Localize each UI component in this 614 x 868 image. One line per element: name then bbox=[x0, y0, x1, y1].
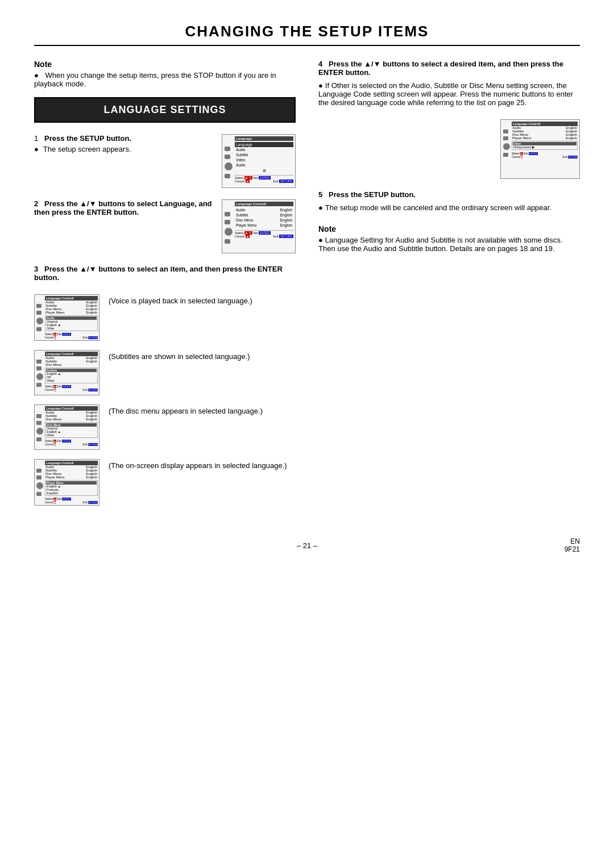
substep-playermenu-main: Language Controll AudioEnglish SubtitleE… bbox=[45, 461, 98, 504]
main-content: Note ● When you change the setup items, … bbox=[34, 60, 580, 515]
page-footer: – 21 – EN 9F21 bbox=[34, 537, 580, 553]
sa-header: Language Controll bbox=[45, 296, 98, 301]
step2-nav-1 bbox=[225, 212, 230, 216]
substep-playermenu: Language Controll AudioEnglish SubtitleE… bbox=[34, 459, 296, 506]
substep-discmenu-main: Language Controll AudioEnglish SubtitleE… bbox=[45, 406, 98, 446]
screen-left-nav bbox=[224, 136, 233, 186]
s4-nav2 bbox=[503, 136, 508, 140]
step1-screen: Language Language Audio Subtitle Video A… bbox=[222, 134, 296, 188]
nav-icon-1 bbox=[225, 147, 230, 151]
sa-section-row3: Other bbox=[46, 327, 97, 330]
ss-nav2 bbox=[36, 366, 42, 370]
step2-screen-footer2: Cancel ■ Exit RETURN bbox=[235, 235, 293, 238]
substep-discmenu-screen: Language Controll AudioEnglish SubtitleE… bbox=[34, 404, 99, 450]
substep-audio-main: Language Controll AudioEnglish SubtitleE… bbox=[45, 296, 98, 339]
substep-audio-text: (Voice is played back in selected langua… bbox=[109, 294, 252, 305]
s4-section: Other Notapuname ▶ bbox=[512, 141, 578, 150]
pm-nav1 bbox=[36, 469, 42, 473]
step2-screen-main: Language Controll AudioEnglish SubtitleE… bbox=[235, 202, 293, 251]
dm-header: Language Controll bbox=[45, 406, 98, 411]
screen-main: Language Language Audio Subtitle Video A… bbox=[235, 136, 293, 186]
s4-nav3 bbox=[503, 143, 510, 150]
screen-row-subtitle: Subtitle bbox=[235, 152, 293, 157]
dm-section-row3: Other bbox=[46, 433, 97, 437]
step3-number: 3 Press the ▲/▼ buttons to select an ite… bbox=[34, 265, 296, 282]
language-settings-label: LANGUAGE SETTINGS bbox=[34, 97, 296, 123]
substep-audio-nav bbox=[36, 296, 43, 339]
pm-nav4 bbox=[36, 492, 42, 496]
screen-row-video: Video bbox=[235, 157, 293, 162]
substep-subtitle-screen: Language Controll AudioEnglish SubtitleE… bbox=[34, 350, 99, 395]
screen-header: Language bbox=[235, 136, 293, 141]
ss-nav3 bbox=[36, 373, 43, 380]
screen-row-audio: Audio bbox=[235, 147, 293, 152]
substep-subtitle-nav bbox=[36, 352, 43, 391]
pm-footer2: Cancel ■ Exit RETURN bbox=[45, 500, 98, 504]
screen-footer2: Cancel ■ Exit RETURN bbox=[235, 180, 293, 183]
step1-text-block: 1 Press the SETUP button. ●The setup scr… bbox=[34, 134, 213, 153]
right-column: 4 Press the ▲/▼ buttons to select a desi… bbox=[318, 60, 580, 515]
note-heading-left: Note bbox=[34, 60, 296, 69]
ss-row3: Disc Menu bbox=[45, 363, 98, 366]
sa-footer2: Cancel ■ Exit RETURN bbox=[45, 336, 98, 339]
note-section-right: Note ●Language Setting for Audio and Sub… bbox=[318, 224, 580, 253]
substep-subtitle: Language Controll AudioEnglish SubtitleE… bbox=[34, 350, 296, 395]
sa-nav1 bbox=[36, 304, 42, 308]
nav-icon-4 bbox=[225, 174, 230, 178]
sa-row4: Player MenuEnglish bbox=[45, 311, 98, 314]
note-bullet-right: ●Language Setting for Audio and Subtitle… bbox=[318, 236, 580, 253]
substep-audio-screen: Language Controll AudioEnglish SubtitleE… bbox=[34, 294, 99, 341]
step2-row-subtitle: SubtitleEnglish bbox=[235, 212, 293, 218]
sa-nav4 bbox=[36, 327, 42, 331]
substep-audio: Language Controll AudioEnglish SubtitleE… bbox=[34, 294, 296, 341]
step1-number: 1 Press the SETUP button. bbox=[34, 134, 213, 143]
step1-block: 1 Press the SETUP button. ●The setup scr… bbox=[34, 134, 296, 188]
step2-nav-2 bbox=[225, 220, 230, 224]
dm-footer2: Cancel ■ Exit RETURN bbox=[45, 443, 98, 446]
step5-bullet: ●The setup mode will be canceled and the… bbox=[318, 203, 580, 212]
step2-row-playermenu: Player MenuEnglish bbox=[235, 223, 293, 228]
step2-nav-3 bbox=[225, 228, 233, 236]
step4-screen-main: Language Controll AudioEnglish SubtitleE… bbox=[512, 122, 578, 177]
step2-screen: Language Controll AudioEnglish SubtitleE… bbox=[222, 199, 296, 253]
substep-playermenu-text: (The on-screen display appears in select… bbox=[109, 459, 287, 470]
screen-row-icon: ⚙ bbox=[235, 169, 293, 173]
nav-icon-3 bbox=[225, 162, 233, 170]
step2-block: 2 Press the ▲/▼ buttons to select Langua… bbox=[34, 199, 296, 253]
substep-discmenu-nav bbox=[36, 406, 43, 446]
dm-nav3 bbox=[36, 428, 43, 435]
step5-block: 5 Press the SETUP button. ●The setup mod… bbox=[318, 190, 580, 212]
step2-text-block: 2 Press the ▲/▼ buttons to select Langua… bbox=[34, 199, 213, 219]
screen-row-lang: Language bbox=[235, 142, 293, 147]
step2-screen-header: Language Controll bbox=[235, 202, 293, 206]
step4-bullet: ●If Other is selected on the Audio, Subt… bbox=[318, 81, 580, 107]
dm-nav4 bbox=[36, 437, 42, 441]
s4-row4: Player MenuEnglish bbox=[512, 136, 578, 140]
dm-section: Disc Menu Original English ▲ Other bbox=[45, 422, 98, 438]
step4-screen-wrapper: Language Controll AudioEnglish SubtitleE… bbox=[318, 119, 580, 179]
ss-section: Subtitle English ▲ Off Other bbox=[45, 368, 98, 383]
step4-screen: Language Controll AudioEnglish SubtitleE… bbox=[500, 119, 580, 179]
step2-screen-footer: Select ■II Set ENTER bbox=[235, 230, 293, 235]
substep-subtitle-main: Language Controll AudioEnglish SubtitleE… bbox=[45, 352, 98, 391]
page-number: – 21 – bbox=[216, 541, 398, 550]
page-title-section: CHANGING THE SETUP ITEMS bbox=[34, 23, 580, 46]
step2-number: 2 Press the ▲/▼ buttons to select Langua… bbox=[34, 199, 213, 216]
pm-nav3 bbox=[36, 482, 43, 489]
substep-playermenu-screen: Language Controll AudioEnglish SubtitleE… bbox=[34, 459, 99, 506]
page-code: EN 9F21 bbox=[398, 537, 580, 553]
pm-row4: Player MenuEnglish bbox=[45, 475, 98, 479]
step2-row-audio: AudioEnglish bbox=[235, 207, 293, 212]
substep-discmenu: Language Controll AudioEnglish SubtitleE… bbox=[34, 404, 296, 450]
s4-footer2: Cancel ■ Exit RETURN bbox=[512, 155, 578, 158]
nav-icon-2 bbox=[225, 155, 230, 159]
step2-nav-4 bbox=[225, 239, 230, 244]
pm-header: Language Controll bbox=[45, 461, 98, 465]
ss-header: Language Controll bbox=[45, 352, 98, 356]
s4-nav1 bbox=[503, 130, 508, 133]
sa-nav2 bbox=[36, 311, 42, 315]
step4-nav bbox=[503, 122, 510, 177]
step4-number: 4 Press the ▲/▼ buttons to select a desi… bbox=[318, 60, 580, 77]
step1-bullet: ●The setup screen appears. bbox=[34, 145, 213, 153]
dm-nav1 bbox=[36, 414, 42, 418]
